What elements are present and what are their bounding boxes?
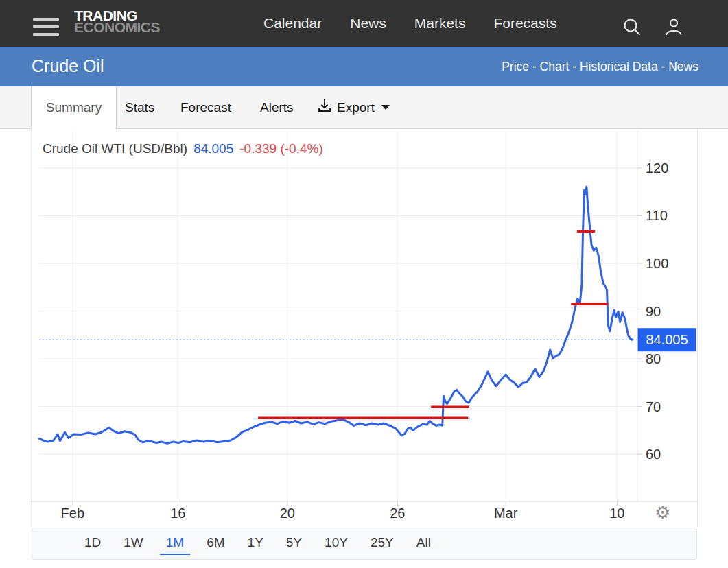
nav-item-news[interactable]: News [350,15,386,32]
tab-alerts[interactable]: Alerts [260,86,294,128]
y-axis-label: 80 [646,351,661,366]
export-button[interactable]: Export [317,86,390,128]
y-axis-label: 110 [646,208,668,223]
chart-instrument-name: Crude Oil WTI (USD/Bbl) [43,141,187,156]
nav-item-forecasts[interactable]: Forecasts [493,15,556,32]
y-axis-label: 120 [646,161,668,176]
y-axis-label: 70 [646,399,661,414]
chart-price-change: -0.339 (-0.4%) [239,141,322,156]
tab-summary[interactable]: Summary [31,86,117,129]
chart-settings-gear-icon[interactable]: ⚙ [655,502,670,523]
x-axis-label: 20 [280,506,295,521]
y-axis-label: 60 [646,447,661,462]
export-label: Export [337,100,375,115]
chart-last-price: 84.005 [193,141,233,156]
account-person-icon[interactable] [663,16,685,41]
trading-economics-logo[interactable]: TRADING ECONOMICS [74,9,160,34]
range-1y[interactable]: 1Y [242,532,270,555]
x-axis-label: 26 [390,506,405,521]
current-price-label: 84.005 [646,332,688,347]
hamburger-menu-icon[interactable] [33,18,59,36]
search-icon[interactable] [622,16,644,41]
instrument-header-bar: Crude Oil Price - Chart - Historical Dat… [0,47,728,86]
nav-item-markets[interactable]: Markets [414,15,466,32]
range-1m[interactable]: 1M [160,532,190,555]
page-title: Crude Oil [32,47,104,86]
range-all[interactable]: All [410,532,437,555]
download-icon [317,98,332,117]
brand-line-2: ECONOMICS [74,21,160,34]
top-navigation-bar: TRADING ECONOMICS Calendar News Markets … [0,0,728,47]
x-axis-label: 16 [170,506,185,521]
tab-stats[interactable]: Stats [125,86,154,128]
top-nav-links: Calendar News Markets Forecasts [263,0,557,47]
range-1d[interactable]: 1D [78,532,107,555]
range-1w[interactable]: 1W [117,532,150,555]
range-10y[interactable]: 10Y [318,532,354,555]
chevron-down-icon [381,105,390,110]
range-25y[interactable]: 25Y [364,532,400,555]
chart-title-row: Crude Oil WTI (USD/Bbl) 84.005 -0.339 (-… [43,141,323,156]
range-5y[interactable]: 5Y [280,532,308,555]
range-selector: 1D 1W 1M 6M 1Y 5Y 10Y 25Y All [32,528,697,560]
header-links[interactable]: Price - Chart - Historical Data - News [502,47,698,86]
y-axis-label: 100 [646,256,668,271]
price-line [39,187,632,443]
tab-forecast[interactable]: Forecast [180,86,231,128]
range-6m[interactable]: 6M [200,532,231,555]
x-axis-label: Mar [494,506,518,521]
x-axis-label: 10 [609,506,624,521]
nav-item-calendar[interactable]: Calendar [263,15,322,32]
y-axis-label: 90 [646,304,661,319]
x-axis-label: Feb [61,506,84,521]
tab-strip: Summary Stats Forecast Alerts Export [0,86,728,129]
price-chart[interactable]: 60708090100110120Feb162026Mar1084.005 [31,129,698,527]
